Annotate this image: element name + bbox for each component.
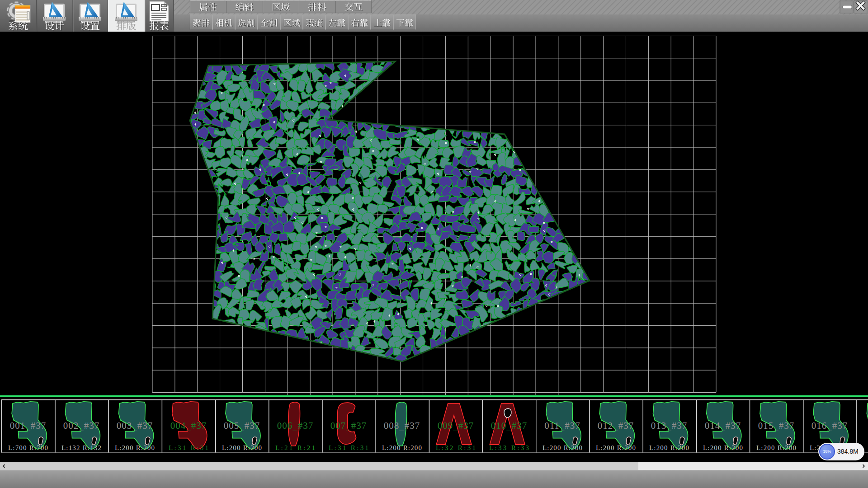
svg-text:L:31 R:31: L:31 R:31: [329, 444, 368, 451]
svg-text:L:200 R:200: L:200 R:200: [222, 444, 262, 451]
svg-text:010_#37: 010_#37: [491, 420, 528, 431]
svg-text:L:200 R:200: L:200 R:200: [703, 444, 743, 451]
svg-text:L:700 R:700: L:700 R:700: [8, 444, 48, 451]
svg-text:007_#37: 007_#37: [330, 420, 367, 431]
svg-text:016_#37: 016_#37: [811, 420, 848, 431]
svg-text:015_#37: 015_#37: [758, 420, 795, 431]
svg-text:L:32 R:31: L:32 R:31: [436, 444, 476, 451]
svg-text:L:200 R:200: L:200 R:200: [649, 444, 689, 451]
svg-text:004_#37: 004_#37: [170, 420, 207, 431]
svg-text:011_#37: 011_#37: [544, 420, 580, 431]
svg-text:L:200 R:200: L:200 R:200: [382, 444, 422, 451]
svg-text:L:200 R:200: L:200 R:200: [115, 444, 155, 451]
svg-text:008_#37: 008_#37: [384, 420, 420, 431]
svg-text:009_#37: 009_#37: [438, 420, 474, 431]
svg-text:L:21 R:21: L:21 R:21: [275, 444, 315, 451]
svg-text:L:200 R:200: L:200 R:200: [756, 444, 796, 451]
svg-text:L:200 R:200: L:200 R:200: [596, 444, 636, 451]
svg-text:013_#37: 013_#37: [651, 420, 688, 431]
svg-text:L:200 R:200: L:200 R:200: [542, 444, 582, 451]
svg-text:L:31 R:31: L:31 R:31: [169, 444, 208, 451]
svg-text:L:33 R:33: L:33 R:33: [489, 444, 529, 451]
svg-text:005_#37: 005_#37: [224, 420, 260, 431]
svg-text:006_#37: 006_#37: [277, 420, 314, 431]
svg-text:014_#37: 014_#37: [705, 420, 741, 431]
svg-text:003_#37: 003_#37: [117, 420, 153, 431]
svg-text:L:132 R:132: L:132 R:132: [61, 444, 101, 451]
svg-text:001_#37: 001_#37: [10, 420, 47, 431]
svg-text:012_#37: 012_#37: [598, 420, 634, 431]
svg-text:002_#37: 002_#37: [63, 420, 100, 431]
